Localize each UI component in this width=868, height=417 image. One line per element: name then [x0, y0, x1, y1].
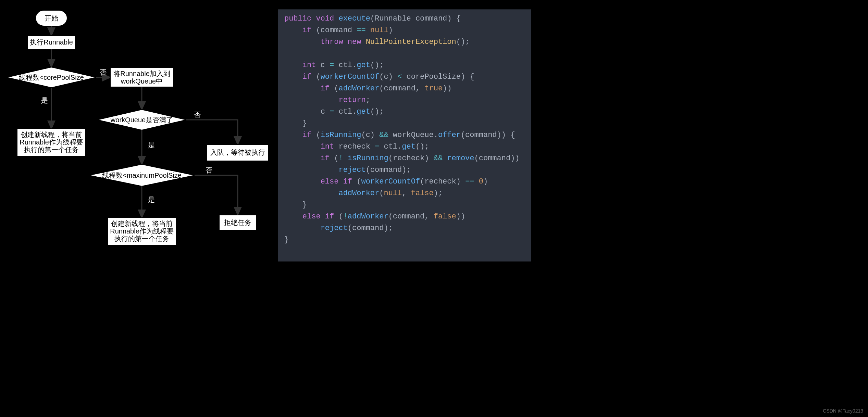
d2-no: 否 [194, 111, 201, 118]
brace-2: } [302, 201, 307, 209]
flowchart: 开始 执行Runnable 线程数<corePoolSize 是 否 [0, 0, 277, 274]
kw-if-2: if [302, 73, 311, 81]
kw-if-5: if [321, 154, 330, 163]
fn-get-3: get [402, 142, 416, 151]
kw-throw: throw [321, 38, 343, 46]
t5d: ctl. [334, 61, 357, 70]
t18b: ( [334, 212, 343, 221]
t8b: ; [366, 96, 370, 104]
false-1: false [411, 189, 434, 198]
t11f: workQueue. [388, 131, 438, 139]
p2l1: 创建新线程，将当前 [111, 220, 173, 227]
t13j: (command)) [474, 154, 520, 163]
node-wait: 入队，等待被执行 [207, 144, 269, 161]
t14b: (command); [366, 166, 411, 174]
start-label: 开始 [45, 14, 58, 22]
brace-end: } [284, 236, 289, 244]
t15b: ( [352, 177, 361, 186]
brace-1: } [302, 119, 307, 128]
wait-label: 入队，等待被执行 [210, 149, 265, 156]
node-enqueue: 将Runnable加入到 workQueue中 [110, 68, 173, 87]
op-asg-3: = [375, 142, 379, 151]
op-not-1: ! [338, 154, 343, 163]
node-decision-maxpool: 线程数<maxinumPoolSize [89, 164, 195, 186]
fn-addw-2: addWorker [338, 189, 379, 198]
fn-get-1: get [357, 61, 370, 70]
fn-remove: remove [447, 154, 474, 163]
t15d: (recheck) [420, 177, 465, 186]
node-create-worker-1: 创建新线程，将当前 Runnable作为线程要 执行的第一个任务 [17, 129, 86, 156]
node-decision-corepool: 线程数<corePoolSize [7, 67, 96, 88]
t5b: c [316, 61, 330, 70]
kw-void: void [316, 14, 334, 23]
fn-reject-2: reject [321, 224, 348, 232]
watermark: CSDN @Tacy0213 [823, 408, 863, 414]
t3d: (); [456, 38, 470, 46]
t13f: (recheck) [388, 154, 434, 163]
kw-int-1: int [302, 61, 316, 70]
node-exec: 执行Runnable [27, 36, 75, 49]
sig: (Runnable command) { [370, 14, 461, 23]
enq1: 将Runnable加入到 [113, 70, 170, 77]
kw-elseif-2: else if [302, 212, 334, 221]
op-eq-2: == [465, 177, 474, 186]
d2-yes: 是 [148, 141, 155, 149]
d1-no: 否 [100, 68, 107, 76]
t9a: c [321, 108, 330, 116]
op-asg-2: = [330, 108, 334, 116]
code-block: public void execute(Runnable command) { … [278, 9, 531, 262]
t5f: (); [370, 61, 384, 70]
t12f: (); [416, 142, 429, 151]
t16d: , [402, 189, 411, 198]
op-not-2: ! [343, 212, 348, 221]
t16b: ( [379, 189, 384, 198]
node-reject: 拒绝任务 [219, 215, 256, 230]
t7d: (command, [379, 84, 424, 93]
t2d [366, 26, 370, 35]
t18e: (command, [388, 212, 434, 221]
node-create-worker-2: 创建新线程，将当前 Runnable作为线程要 执行的第一个任务 [108, 218, 176, 245]
fn-addw-3: addWorker [348, 212, 388, 221]
node-decision-queuefull: workQueue是否满了 [97, 110, 186, 130]
kw-if-3: if [321, 84, 330, 93]
fn-isrun-2: isRunning [348, 154, 388, 163]
t15h: ) [483, 177, 488, 186]
kw-elseif-1: else if [321, 177, 352, 186]
t12d: ctl. [379, 142, 402, 151]
d1-label: 线程数<corePoolSize [19, 74, 84, 81]
t11b: ( [311, 131, 320, 139]
fn-wco-1: workerCountOf [321, 73, 380, 81]
kw-int-2: int [321, 142, 334, 151]
t9c: ctl. [334, 108, 357, 116]
p2l2: Runnable作为线程要 [110, 227, 174, 235]
t6d: (c) [379, 73, 397, 81]
op-asg-1: = [330, 61, 334, 70]
t7f: )) [443, 84, 451, 93]
op-and-2: && [434, 154, 443, 163]
d3-no: 否 [206, 166, 212, 174]
kw-if-1: if [302, 26, 311, 35]
p2l3: 执行的第一个任务 [114, 235, 169, 242]
d3-label: 线程数<maxinumPoolSize [102, 172, 182, 179]
op-lt: < [397, 73, 402, 81]
fn-wco-2: workerCountOf [361, 177, 420, 186]
fn-execute: execute [338, 14, 370, 23]
t11d: (c) [361, 131, 379, 139]
fn-get-2: get [357, 108, 370, 116]
t2b: (command [311, 26, 357, 35]
t6b: ( [311, 73, 320, 81]
fn-reject-1: reject [338, 166, 365, 174]
fn-isrun-1: isRunning [321, 131, 361, 139]
null-1: null [370, 26, 388, 35]
enq2: workQueue中 [121, 77, 163, 85]
d2-label: workQueue是否满了 [110, 116, 173, 124]
kw-return: return [338, 96, 365, 104]
false-2: false [434, 212, 456, 221]
p1l1: 创建新线程，将当前 [21, 131, 82, 138]
t13b: ( [330, 154, 338, 163]
kw-public: public [284, 14, 311, 23]
t15f [474, 177, 479, 186]
op-eq: == [357, 26, 365, 35]
null-2: null [384, 189, 402, 198]
exec-label: 执行Runnable [30, 38, 73, 46]
